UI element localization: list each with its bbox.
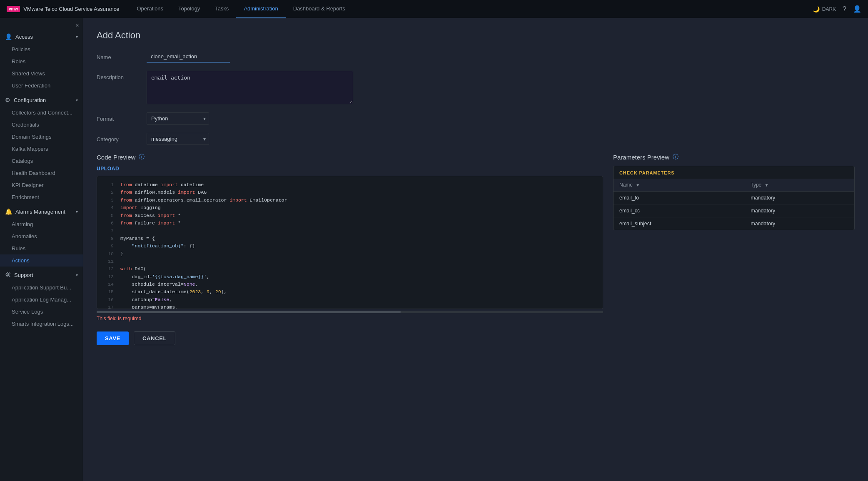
sidebar-item-credentials[interactable]: Credentials: [0, 119, 83, 131]
name-input[interactable]: [147, 51, 230, 62]
sidebar-section-access-header[interactable]: 👤 Access ▾: [0, 30, 83, 43]
two-column-area: Code Preview ⓘ UPLOAD 1 from datetime im…: [97, 153, 855, 321]
nav-administration[interactable]: Administration: [236, 0, 285, 18]
sidebar-section-configuration: ⚙ Configuration ▾ Collectors and Connect…: [0, 93, 83, 203]
param-type-email-cc: mandatory: [745, 204, 854, 217]
sidebar-item-enrichment[interactable]: Enrichment: [0, 191, 83, 203]
sidebar-item-health-dashboard[interactable]: Health Dashboard: [0, 167, 83, 179]
form-actions: SAVE CANCEL: [97, 331, 855, 354]
code-line-14: 14 schedule_interval=None,: [97, 281, 603, 288]
sidebar-section-configuration-header[interactable]: ⚙ Configuration ▾: [0, 93, 83, 107]
form-group-category: Category messaging alerting reporting: [97, 133, 855, 145]
format-select-wrapper: Python Bash Ruby: [147, 112, 209, 125]
sidebar-item-kafka-mappers[interactable]: Kafka Mappers: [0, 143, 83, 155]
sidebar-item-actions[interactable]: Actions: [0, 254, 83, 267]
nav-tasks[interactable]: Tasks: [207, 0, 236, 18]
sidebar-item-user-federation[interactable]: User Federation: [0, 80, 83, 92]
nav-dashboard[interactable]: Dashboard & Reports: [286, 0, 353, 18]
sidebar-item-shared-views[interactable]: Shared Views: [0, 67, 83, 80]
form-group-name: Name: [97, 51, 855, 62]
configuration-label: Configuration: [14, 97, 46, 103]
upload-link[interactable]: UPLOAD: [97, 166, 603, 172]
sidebar-item-service-logs[interactable]: Service Logs: [0, 306, 83, 318]
dark-mode-toggle[interactable]: 🌙 DARK: [813, 6, 836, 12]
help-button[interactable]: ?: [843, 5, 846, 13]
sidebar-item-roles[interactable]: Roles: [0, 55, 83, 67]
nav-operations[interactable]: Operations: [130, 0, 171, 18]
configuration-icon: ⚙: [5, 97, 10, 103]
description-textarea[interactable]: email action: [147, 71, 353, 104]
sidebar-section-alarms: 🔔 Alarms Management ▾ Alarming Anomalies…: [0, 205, 83, 267]
main-content: Add Action Name Description email action…: [83, 18, 868, 481]
sidebar-item-catalogs[interactable]: Catalogs: [0, 155, 83, 167]
save-button[interactable]: SAVE: [97, 331, 129, 345]
sidebar-item-app-support[interactable]: Application Support Bu...: [0, 282, 83, 294]
sidebar-item-anomalies[interactable]: Anomalies: [0, 230, 83, 242]
support-chevron: ▾: [76, 273, 78, 277]
format-select[interactable]: Python Bash Ruby: [147, 112, 209, 125]
sidebar: « 👤 Access ▾ Policies Roles Shared Views…: [0, 18, 83, 481]
description-label: Description: [97, 71, 147, 80]
code-line-10: 10 }: [97, 250, 603, 258]
alarms-chevron: ▾: [76, 209, 78, 214]
sidebar-item-alarming[interactable]: Alarming: [0, 218, 83, 230]
params-preview-header: Parameters Preview ⓘ: [613, 153, 855, 161]
code-preview-header: Code Preview ⓘ: [97, 153, 603, 161]
app-body: « 👤 Access ▾ Policies Roles Shared Views…: [0, 18, 868, 481]
check-params-link[interactable]: CHECK PARAMETERS: [614, 166, 854, 179]
category-select[interactable]: messaging alerting reporting: [147, 133, 209, 145]
params-table-head: Name ▼ Type ▼: [614, 179, 854, 192]
sidebar-item-kpi-designer[interactable]: KPI Designer: [0, 179, 83, 191]
params-table-body: email_to mandatory email_cc mandatory em…: [614, 192, 854, 230]
sidebar-collapse-button[interactable]: «: [75, 22, 79, 28]
code-line-7: 7: [97, 227, 603, 234]
brand: vmw VMware Telco Cloud Service Assurance: [7, 6, 120, 12]
code-line-12: 12 with DAG(: [97, 265, 603, 273]
code-line-2: 2 from airflow.models import DAG: [97, 189, 603, 196]
params-preview-column: Parameters Preview ⓘ CHECK PARAMETERS Na…: [613, 153, 855, 321]
sidebar-item-collectors[interactable]: Collectors and Connect...: [0, 107, 83, 119]
sidebar-section-alarms-header[interactable]: 🔔 Alarms Management ▾: [0, 205, 83, 218]
brand-name: VMware Telco Cloud Service Assurance: [23, 6, 119, 12]
alarms-label: Alarms Management: [15, 209, 65, 215]
access-label: Access: [15, 34, 33, 40]
cancel-button[interactable]: CANCEL: [134, 331, 175, 345]
params-col-name: Name ▼: [614, 179, 745, 192]
vmw-logo: vmw: [7, 6, 20, 12]
sidebar-item-rules[interactable]: Rules: [0, 242, 83, 254]
params-preview-info-icon[interactable]: ⓘ: [673, 153, 678, 161]
sidebar-item-smarts-logs[interactable]: Smarts Integration Logs...: [0, 318, 83, 330]
name-filter-icon[interactable]: ▼: [636, 183, 640, 187]
sidebar-item-policies[interactable]: Policies: [0, 43, 83, 55]
support-icon: 🛠: [5, 272, 11, 278]
code-preview-title: Code Preview: [97, 154, 135, 161]
code-line-17: 17 params=myParams,: [97, 304, 603, 309]
user-button[interactable]: 👤: [853, 5, 861, 13]
sidebar-section-support: 🛠 Support ▾ Application Support Bu... Ap…: [0, 268, 83, 330]
nav-topology[interactable]: Topology: [171, 0, 207, 18]
form-group-format: Format Python Bash Ruby: [97, 112, 855, 125]
sidebar-item-domain-settings[interactable]: Domain Settings: [0, 131, 83, 143]
code-line-8: 8 myParams = {: [97, 235, 603, 242]
params-table-header-row: Name ▼ Type ▼: [614, 179, 854, 192]
code-preview-info-icon[interactable]: ⓘ: [139, 153, 145, 161]
code-line-5: 5 from Success import *: [97, 212, 603, 219]
horizontal-scrollbar[interactable]: [97, 311, 603, 313]
code-line-16: 16 catchup=False,: [97, 296, 603, 304]
nav-items: OperationsTopologyTasksAdministrationDas…: [130, 0, 813, 18]
sidebar-section-support-header[interactable]: 🛠 Support ▾: [0, 268, 83, 282]
moon-icon: 🌙: [813, 6, 820, 12]
param-name-email-cc: email_cc: [614, 204, 745, 217]
scrollbar-thumb: [97, 311, 401, 313]
code-line-11: 11: [97, 258, 603, 265]
sidebar-item-app-log[interactable]: Application Log Manag...: [0, 294, 83, 306]
access-chevron: ▾: [76, 35, 78, 39]
category-select-wrapper: messaging alerting reporting: [147, 133, 209, 145]
sidebar-section-access: 👤 Access ▾ Policies Roles Shared Views U…: [0, 30, 83, 92]
required-message: This field is required: [97, 316, 603, 321]
params-preview-title: Parameters Preview: [613, 154, 669, 161]
code-line-3: 3 from airflow.operators.email_operator …: [97, 197, 603, 204]
type-filter-icon[interactable]: ▼: [765, 183, 769, 187]
params-box: CHECK PARAMETERS Name ▼ Type ▼ email_to …: [613, 166, 855, 230]
code-line-6: 6 from Failure import *: [97, 219, 603, 227]
